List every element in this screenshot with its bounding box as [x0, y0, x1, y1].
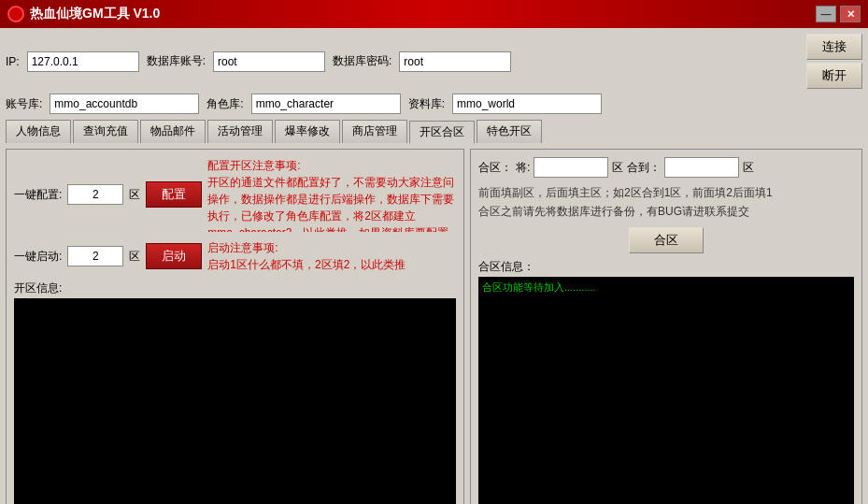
title-bar-left: 热血仙境GM工具 V1.0 [7, 6, 160, 22]
db-password-label: 数据库密码: [333, 53, 391, 69]
start-button[interactable]: 启动 [146, 243, 202, 269]
config-button[interactable]: 配置 [146, 181, 202, 208]
ip-label: IP: [6, 55, 20, 68]
right-panel: 合区： 将: 区 合到： 区 前面填副区，后面填主区；如2区合到1区，前面填2后… [470, 149, 862, 504]
app-title: 热血仙境GM工具 V1.0 [30, 6, 160, 22]
account-db-label: 账号库: [6, 96, 42, 112]
tabs-bar: 人物信息 查询充值 物品邮件 活动管理 爆率修改 商店管理 开区合区 特色开区 [6, 120, 862, 143]
area-info-section: 开区信息: [14, 281, 456, 504]
tab-shop-manage[interactable]: 商店管理 [342, 120, 407, 143]
config-num-input[interactable] [67, 184, 123, 205]
area-info-label: 开区信息: [14, 281, 456, 296]
character-db-input[interactable] [251, 94, 401, 114]
merge-info-section: 合区信息： 合区功能等待加入........... [478, 259, 854, 504]
start-notes: 启动注意事项: 启动1区什么都不填，2区填2，以此类推 [207, 239, 456, 273]
config-row: 一键配置: 区 配置 配置开区注意事项: 开区的通道文件都配置好了，不需要动大家… [14, 157, 456, 232]
to-unit-label: 区 [743, 160, 754, 176]
merge-button[interactable]: 合区 [629, 227, 704, 253]
data-db-input[interactable] [452, 94, 602, 114]
tab-item-mail[interactable]: 物品邮件 [140, 120, 206, 143]
one-click-start-label: 一键启动: [14, 249, 62, 265]
from-zone-input[interactable] [534, 157, 608, 178]
account-db-input[interactable] [50, 94, 199, 114]
unit-label: 区 合到： [612, 160, 660, 176]
character-db-label: 角色库: [206, 96, 243, 112]
app-icon [7, 6, 24, 22]
config-notes: 配置开区注意事项: 开区的通道文件都配置好了，不需要动大家注意问操作，数据操作都… [207, 157, 456, 232]
start-row: 一键启动: 区 启动 启动注意事项: 启动1区什么都不填，2区填2，以此类推 [14, 239, 456, 273]
merge-desc: 前面填副区，后面填主区；如2区合到1区，前面填2后面填1 合区之前请先将数据库进… [478, 183, 854, 222]
start-unit-label: 区 [129, 249, 140, 265]
one-click-config-label: 一键配置: [14, 187, 62, 203]
tab-query-charge[interactable]: 查询充值 [73, 120, 138, 143]
connect-button[interactable]: 连接 [806, 34, 862, 60]
left-panel: 一键配置: 区 配置 配置开区注意事项: 开区的通道文件都配置好了，不需要动大家… [6, 149, 464, 504]
merge-header-label: 合区： [478, 160, 512, 176]
tab-drop-rate[interactable]: 爆率修改 [275, 120, 340, 143]
tab-activity-manage[interactable]: 活动管理 [207, 120, 273, 143]
merge-btn-row: 合区 [478, 227, 854, 253]
tab-person-info[interactable]: 人物信息 [6, 120, 71, 143]
merge-info-box: 合区功能等待加入........... [478, 277, 854, 504]
db-account-label: 数据库账号: [147, 53, 206, 69]
title-bar-controls: — ✕ [816, 6, 861, 22]
tab-special-open[interactable]: 特色开区 [477, 120, 542, 143]
panel-area: 一键配置: 区 配置 配置开区注意事项: 开区的通道文件都配置好了，不需要动大家… [6, 149, 862, 504]
merge-header-row: 合区： 将: 区 合到： 区 [478, 157, 854, 178]
config-unit-label: 区 [129, 187, 140, 203]
disconnect-button[interactable]: 断开 [806, 63, 862, 89]
tab-open-merge[interactable]: 开区合区 [409, 121, 475, 144]
data-db-label: 资料库: [408, 96, 445, 112]
merge-info-content: 合区功能等待加入........... [482, 281, 596, 293]
title-bar: 热血仙境GM工具 V1.0 — ✕ [0, 0, 868, 28]
db-account-input[interactable] [213, 51, 325, 72]
from-label: 将: [516, 160, 530, 176]
ip-input[interactable] [27, 51, 139, 72]
main-content: IP: 数据库账号: 数据库密码: 连接 断开 账号库: 角色库: 资料库: 人… [0, 28, 868, 504]
start-num-input[interactable] [67, 246, 123, 266]
minimize-button[interactable]: — [816, 6, 836, 22]
db-password-input[interactable] [399, 51, 511, 72]
merge-info-label: 合区信息： [478, 259, 854, 275]
to-zone-input[interactable] [664, 157, 739, 178]
close-button[interactable]: ✕ [840, 6, 861, 22]
area-info-box [14, 298, 456, 504]
